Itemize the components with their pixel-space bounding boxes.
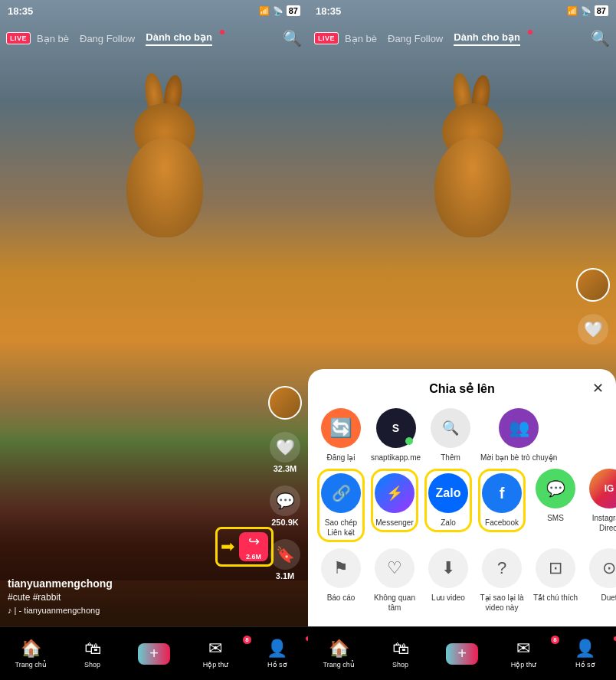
heart-right[interactable]: 🤍 xyxy=(578,314,608,345)
share-messenger[interactable]: ⚡ Messenger xyxy=(371,469,418,532)
status-icons-right: 📶 📡 87 xyxy=(567,5,608,16)
comment-action[interactable]: 💬 250.9K xyxy=(270,485,300,527)
dangLai-label: Đăng lại xyxy=(326,453,355,463)
download-label: Lưu video xyxy=(431,593,465,603)
nav-danh-cho-ban[interactable]: Dành cho bạn xyxy=(146,31,212,46)
share-count: 2.6M xyxy=(246,553,261,561)
top-nav: LIVE Bạn bè Đang Follow Dành cho bạn 🔍 xyxy=(0,21,308,55)
share-invite[interactable]: 👥 Mời bạn bè trò chuyện xyxy=(480,408,557,463)
avatar-right[interactable] xyxy=(576,268,610,302)
share-facebook[interactable]: f Facebook xyxy=(478,469,526,532)
nav-follow[interactable]: Đang Follow xyxy=(80,33,135,44)
share-copy-link[interactable]: 🔗 Sao chép Liên kết xyxy=(317,469,365,542)
battery-icon: 87 xyxy=(287,5,300,16)
share-yellow-highlight: ➡ ↪ 2.6M xyxy=(215,527,274,567)
nav-create-right[interactable]: + xyxy=(431,643,493,665)
dislike-icon: ♡ xyxy=(375,548,414,588)
messenger-label: Messenger xyxy=(375,518,413,528)
nav-home-right[interactable]: 🏠 Trang chủ xyxy=(308,639,369,669)
bottom-nav-right: 🏠 Trang chủ 🛍 Shop + ✉ 8 Hộp thư 👤 Hồ sơ xyxy=(308,626,616,680)
why-label: Tại sao lại là video này xyxy=(478,593,526,613)
share-row-2: 🔗 Sao chép Liên kết ⚡ Messenger Zalo Zal… xyxy=(308,469,616,548)
share-snaptik[interactable]: S snaptikapp.me xyxy=(371,408,421,463)
like-count: 32.3M xyxy=(274,464,297,473)
nav-inbox[interactable]: ✉ 8 Hộp thư xyxy=(185,639,246,669)
snaptik-label: snaptikapp.me xyxy=(371,453,421,463)
nav-follow-right[interactable]: Đang Follow xyxy=(388,33,443,44)
battery-icon-right: 87 xyxy=(595,5,608,16)
share-row-1: 🔄 Đăng lại S snaptikapp.me 🔍 Thêm 👥 Mời … xyxy=(308,402,616,469)
arrow-icon: ➡ xyxy=(221,537,234,557)
bottom-nav: 🏠 Trang chủ 🛍 Shop + ✉ 8 Hộp thư 👤 Hồ sơ xyxy=(0,626,308,680)
copy-link-icon: 🔗 xyxy=(321,473,361,513)
profile-icon: 👤 xyxy=(267,639,287,659)
nav-home[interactable]: 🏠 Trang chủ xyxy=(0,639,61,669)
bookmark-action[interactable]: 🔖 3.1M xyxy=(270,539,300,580)
share-download[interactable]: ⬇ Lưu video xyxy=(424,548,472,603)
left-phone-screen: 18:35 📶 📡 87 LIVE Bạn bè Đang Follow Dàn… xyxy=(0,0,308,680)
download-icon: ⬇ xyxy=(428,548,468,588)
status-time-right: 18:35 xyxy=(316,5,341,17)
share-row-3: ⚑ Báo cáo ♡ Không quan tâm ⬇ Lưu video ?… xyxy=(308,548,616,619)
bottom-info: tianyuanmengchong #cute #rabbit ♪ | - ti… xyxy=(8,577,262,615)
signal-icon-right: 📶 xyxy=(567,6,578,16)
nav-profile-right[interactable]: 👤 Hồ sơ xyxy=(555,639,616,669)
shop-icon: 🛍 xyxy=(84,639,101,659)
share-dislike[interactable]: ♡ Không quan tâm xyxy=(371,548,418,613)
nav-dot xyxy=(220,30,224,34)
inbox-icon: ✉ xyxy=(208,639,222,659)
share-them[interactable]: 🔍 Thêm xyxy=(427,408,474,463)
inbox-icon-right: ✉ xyxy=(516,639,530,659)
search-icon-right[interactable]: 🔍 xyxy=(591,29,610,47)
bunny-right xyxy=(419,84,526,237)
close-button[interactable]: ✕ xyxy=(592,380,604,397)
live-badge-right[interactable]: LIVE xyxy=(314,32,339,44)
nav-banje[interactable]: Bạn bè xyxy=(37,33,69,44)
nav-inbox-right[interactable]: ✉ 8 Hộp thư xyxy=(493,639,554,669)
nav-shop-right[interactable]: 🛍 Shop xyxy=(369,639,431,669)
bookmark-count: 3.1M xyxy=(276,571,294,580)
username[interactable]: tianyuanmengchong xyxy=(8,577,262,590)
nav-create[interactable]: + xyxy=(123,643,185,665)
nav-profile[interactable]: 👤 Hồ sơ xyxy=(247,639,308,669)
duet-label: Duet xyxy=(601,593,616,603)
nav-danh-right[interactable]: Dành cho bạn xyxy=(454,31,520,46)
report-icon: ⚑ xyxy=(321,548,361,588)
report-label: Báo cáo xyxy=(327,593,356,603)
nav-shop[interactable]: 🛍 Shop xyxy=(61,639,123,669)
search-icon[interactable]: 🔍 xyxy=(283,29,302,47)
share-title: Chia sẻ lên xyxy=(429,381,495,396)
share-why[interactable]: ? Tại sao lại là video này xyxy=(478,548,526,613)
like-action[interactable]: 🤍 32.3M xyxy=(270,432,300,473)
shop-label: Shop xyxy=(84,661,100,669)
copy-link-label: Sao chép Liên kết xyxy=(322,518,360,538)
why-icon: ? xyxy=(482,548,522,588)
shop-icon-right: 🛍 xyxy=(392,639,409,659)
home-icon: 🏠 xyxy=(21,639,41,659)
snaptik-icon: S xyxy=(376,408,416,448)
duet-icon: ⊙ xyxy=(589,548,616,588)
them-icon: 🔍 xyxy=(431,408,470,448)
share-duet[interactable]: ⊙ Duet xyxy=(585,548,616,603)
share-icon: ↪ xyxy=(248,533,260,550)
share-dangLai[interactable]: 🔄 Đăng lại xyxy=(317,408,365,463)
share-button[interactable]: ↪ 2.6M xyxy=(239,532,268,561)
share-report[interactable]: ⚑ Báo cáo xyxy=(317,548,365,603)
share-caption[interactable]: ⊡ Tắt chú thích xyxy=(532,548,579,603)
live-badge[interactable]: LIVE xyxy=(6,32,31,44)
music-info: ♪ | - tianyuanmengchong xyxy=(8,606,262,615)
create-plus-right: + xyxy=(446,643,478,665)
avatar-item[interactable] xyxy=(268,386,302,420)
shop-label-right: Shop xyxy=(392,661,408,669)
status-time: 18:35 xyxy=(8,5,33,17)
create-plus-icon: + xyxy=(138,643,170,665)
share-sms[interactable]: 💬 SMS xyxy=(532,469,579,523)
sms-icon: 💬 xyxy=(536,469,575,508)
profile-label-right: Hồ sơ xyxy=(575,661,595,669)
nav-banje-right[interactable]: Bạn bè xyxy=(345,33,377,44)
share-zalo[interactable]: Zalo Zalo xyxy=(424,469,472,532)
share-instagram-direct[interactable]: IG Instagram Direct xyxy=(585,469,616,533)
wifi-icon-right: 📡 xyxy=(581,6,591,16)
comment-icon: 💬 xyxy=(270,485,300,516)
home-label-right: Trang chủ xyxy=(323,661,355,669)
